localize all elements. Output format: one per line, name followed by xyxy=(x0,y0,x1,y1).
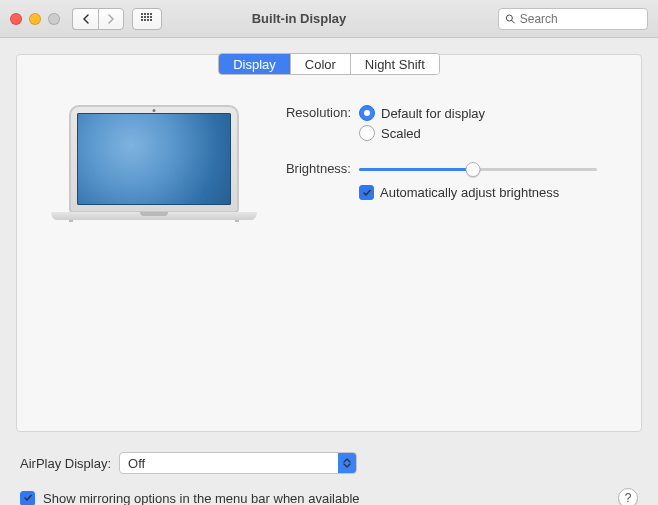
search-input[interactable] xyxy=(520,12,641,26)
display-illustration xyxy=(51,105,257,222)
tab-color[interactable]: Color xyxy=(291,54,351,74)
airplay-label: AirPlay Display: xyxy=(20,456,111,471)
titlebar: Built-in Display xyxy=(0,0,658,38)
svg-line-1 xyxy=(512,20,515,23)
help-button[interactable]: ? xyxy=(618,488,638,505)
minimize-window-button[interactable] xyxy=(29,13,41,25)
back-button[interactable] xyxy=(72,8,98,30)
zoom-window-button[interactable] xyxy=(48,13,60,25)
search-field[interactable] xyxy=(498,8,648,30)
resolution-default-label: Default for display xyxy=(381,106,485,121)
window-title: Built-in Display xyxy=(100,11,498,26)
brightness-label: Brightness: xyxy=(273,161,359,177)
resolution-scaled-option[interactable]: Scaled xyxy=(359,125,609,141)
auto-brightness-option[interactable]: Automatically adjust brightness xyxy=(359,185,609,200)
tab-night-shift[interactable]: Night Shift xyxy=(351,54,439,74)
radio-scaled[interactable] xyxy=(359,125,375,141)
chevron-down-icon xyxy=(343,463,351,468)
select-stepper[interactable] xyxy=(338,453,356,473)
tab-display[interactable]: Display xyxy=(219,54,291,74)
radio-default[interactable] xyxy=(359,105,375,121)
mirroring-label: Show mirroring options in the menu bar w… xyxy=(43,491,360,506)
airplay-value: Off xyxy=(120,456,153,471)
search-icon xyxy=(505,13,516,25)
brightness-slider[interactable] xyxy=(359,161,597,177)
check-icon xyxy=(23,493,33,503)
close-window-button[interactable] xyxy=(10,13,22,25)
resolution-default-option[interactable]: Default for display xyxy=(359,105,609,121)
window-controls xyxy=(10,13,60,25)
airplay-select[interactable]: Off xyxy=(119,452,357,474)
resolution-scaled-label: Scaled xyxy=(381,126,421,141)
display-panel: Display Color Night Shift Resolution: xyxy=(16,54,642,432)
chevron-left-icon xyxy=(82,14,90,24)
tabs: Display Color Night Shift xyxy=(218,53,440,75)
auto-brightness-checkbox[interactable] xyxy=(359,185,374,200)
mirroring-checkbox[interactable] xyxy=(20,491,35,506)
resolution-label: Resolution: xyxy=(273,105,359,145)
check-icon xyxy=(362,188,372,198)
auto-brightness-label: Automatically adjust brightness xyxy=(380,185,559,200)
